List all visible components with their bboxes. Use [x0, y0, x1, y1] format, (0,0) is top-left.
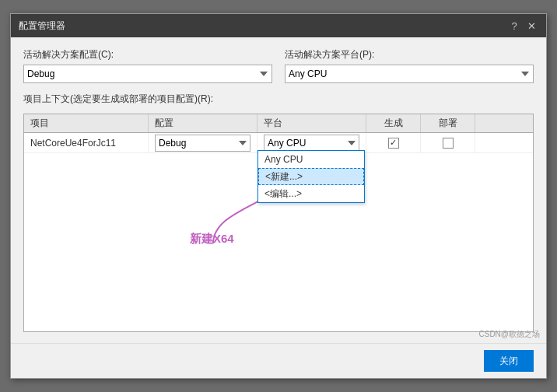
td-deploy-value	[421, 133, 475, 152]
table-section-label: 项目上下文(选定要生成或部署的项目配置)(R):	[23, 93, 534, 106]
th-config: 配置	[149, 114, 257, 132]
active-platform-group: 活动解决方案平台(P): Any CPU	[285, 48, 534, 83]
top-selectors-row: 活动解决方案配置(C): Debug 活动解决方案平台(P): Any CPU	[23, 48, 534, 83]
td-build-value	[366, 133, 421, 152]
build-checkbox[interactable]	[388, 138, 399, 149]
row-platform-select[interactable]: Any CPU	[264, 135, 359, 152]
table-header: 项目 配置 平台 生成 部署	[24, 114, 533, 133]
active-config-select[interactable]: Debug	[23, 65, 272, 83]
td-project-name: NetCoreUe4ForJc11	[24, 133, 149, 152]
th-platform: 平台	[257, 114, 366, 132]
platform-dropdown-popup: Any CPU <新建...> <编辑...>	[257, 150, 365, 203]
td-config-value: Debug	[149, 133, 257, 152]
close-window-button[interactable]: ✕	[524, 19, 538, 33]
active-config-group: 活动解决方案配置(C): Debug	[23, 48, 272, 83]
table-row: NetCoreUe4ForJc11 Debug Any CPU Any CPU …	[24, 133, 533, 153]
active-config-label: 活动解决方案配置(C):	[23, 48, 272, 61]
config-manager-window: 配置管理器 ? ✕ 活动解决方案配置(C): Debug 活动解决方案平台(P)…	[10, 13, 547, 379]
th-deploy: 部署	[421, 114, 475, 132]
title-controls: ? ✕	[507, 19, 538, 33]
close-button[interactable]: 关闭	[484, 350, 534, 372]
active-platform-label: 活动解决方案平台(P):	[285, 48, 534, 61]
dropdown-item-new[interactable]: <新建...>	[258, 168, 364, 185]
td-platform-value: Any CPU Any CPU <新建...> <编辑...>	[257, 133, 366, 152]
dropdown-item-anycpu[interactable]: Any CPU	[258, 151, 364, 168]
title-bar: 配置管理器 ? ✕	[11, 14, 546, 37]
footer: 关闭	[11, 343, 546, 378]
watermark: CSDN@歌德之场	[479, 329, 541, 340]
window-title: 配置管理器	[19, 19, 65, 33]
row-config-select[interactable]: Debug	[155, 135, 250, 152]
deploy-checkbox[interactable]	[443, 138, 454, 149]
th-build: 生成	[366, 114, 421, 132]
project-table: 项目 配置 平台 生成 部署 NetCoreUe4ForJc11 Debug A…	[23, 114, 534, 332]
dropdown-item-edit[interactable]: <编辑...>	[258, 185, 364, 202]
window-content: 活动解决方案配置(C): Debug 活动解决方案平台(P): Any CPU …	[11, 37, 546, 343]
th-project: 项目	[24, 114, 149, 132]
active-platform-select[interactable]: Any CPU	[285, 65, 534, 83]
help-button[interactable]: ?	[507, 19, 521, 33]
